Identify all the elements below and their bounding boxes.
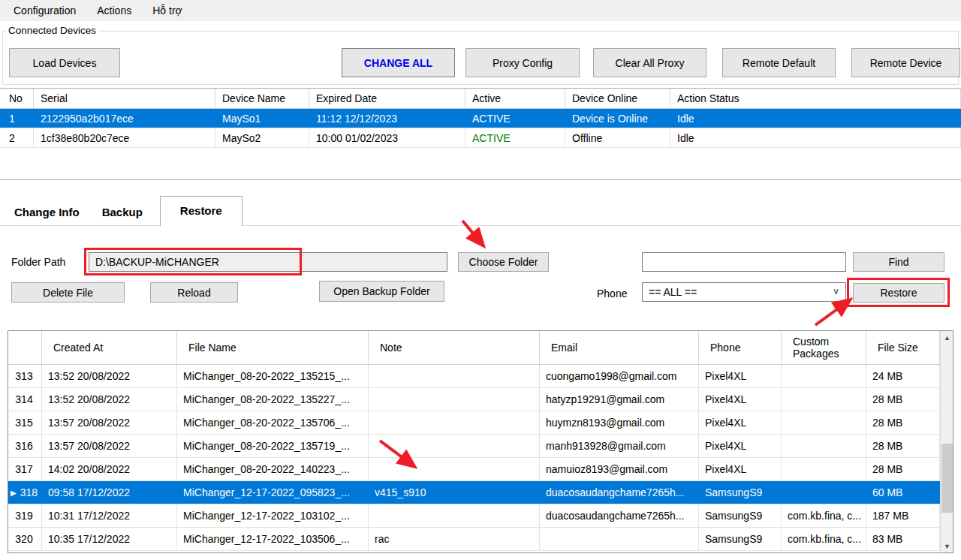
cell-file-name: MiChanger_08-20-2022_135706_... — [177, 411, 369, 434]
cell-file-name: MiChanger_12-17-2022_095823_... — [177, 481, 369, 504]
cell-custom-packages — [782, 435, 866, 457]
file-row-319[interactable]: 319 10:31 17/12/2022 MiChanger_12-17-202… — [8, 504, 940, 528]
file-row-316[interactable]: 316 13:57 20/08/2022 MiChanger_08-20-202… — [8, 435, 940, 458]
cell-file-size: 24 MB — [866, 365, 940, 387]
folder-path-input[interactable] — [89, 252, 447, 272]
header-created-at[interactable]: Created At — [42, 331, 177, 364]
backup-files-grid: Created At File Name Note Email Phone Cu… — [8, 331, 940, 552]
clear-all-proxy-button[interactable]: Clear All Proxy — [593, 48, 706, 77]
cell-active: ACTIVE — [465, 128, 565, 147]
cell-email: manh913928@gmail.com — [540, 435, 699, 457]
remote-default-button[interactable]: Remote Default — [722, 48, 836, 77]
header-file-size[interactable]: File Size — [866, 331, 940, 364]
selected-row-marker-icon: ▶ — [11, 489, 17, 497]
header-email[interactable]: Email — [540, 331, 699, 364]
cell-created-at: 09:58 17/12/2022 — [42, 481, 177, 504]
header-no[interactable]: No — [0, 89, 34, 108]
header-active[interactable]: Active — [465, 89, 565, 108]
reload-button[interactable]: Reload — [150, 282, 238, 303]
header-row-number[interactable] — [8, 331, 42, 364]
cell-file-name: MiChanger_08-20-2022_135215_... — [177, 365, 369, 387]
menu-help[interactable]: Hỗ trợ — [142, 1, 193, 20]
cell-custom-packages — [782, 411, 866, 434]
header-note[interactable]: Note — [369, 331, 540, 364]
file-row-318-selected[interactable]: ▶ 318 09:58 17/12/2022 MiChanger_12-17-2… — [8, 481, 940, 504]
change-all-button[interactable]: CHANGE ALL — [342, 48, 455, 77]
header-action-status[interactable]: Action Status — [670, 89, 961, 108]
cell-file-name: MiChanger_08-20-2022_135719_... — [177, 435, 369, 457]
delete-file-button[interactable]: Delete File — [11, 282, 125, 303]
cell-created-at: 13:57 20/08/2022 — [42, 411, 177, 434]
chevron-down-icon: ∨ — [833, 286, 839, 297]
header-file-name[interactable]: File Name — [177, 331, 369, 364]
file-row-317[interactable]: 317 14:02 20/08/2022 MiChanger_08-20-202… — [8, 458, 940, 481]
cell-note — [369, 388, 540, 411]
cell-device-name: MaySo1 — [215, 109, 309, 128]
cell-file-name: MiChanger_12-17-2022_103506_... — [177, 528, 369, 550]
header-phone[interactable]: Phone — [699, 331, 782, 364]
header-expired-date[interactable]: Expired Date — [309, 89, 465, 108]
vertical-scrollbar[interactable]: ▲ ▼ — [940, 331, 953, 552]
header-device-online[interactable]: Device Online — [565, 89, 670, 108]
tab-change-info[interactable]: Change Info — [3, 200, 91, 226]
cell-action-status: Idle — [670, 109, 961, 128]
cell-row-number: 319 — [8, 504, 42, 527]
files-table-header: Created At File Name Note Email Phone Cu… — [8, 331, 940, 365]
cell-phone: Pixel4XL — [699, 365, 782, 387]
file-row-320[interactable]: 320 10:35 17/12/2022 MiChanger_12-17-202… — [8, 528, 940, 551]
cell-active: ACTIVE — [465, 109, 565, 128]
cell-row-number: 317 — [8, 458, 42, 480]
file-row-314[interactable]: 314 13:52 20/08/2022 MiChanger_08-20-202… — [8, 388, 940, 411]
cell-email: cuongamo1998@gmail.com — [540, 365, 699, 387]
cell-note — [369, 435, 540, 457]
scrollbar-thumb[interactable] — [941, 444, 953, 513]
menu-configuration[interactable]: Configuration — [3, 1, 86, 20]
remote-device-button[interactable]: Remote Device — [851, 48, 960, 77]
tab-strip: Change Info Backup Restore — [3, 198, 243, 226]
proxy-config-button[interactable]: Proxy Config — [465, 48, 580, 77]
phone-dropdown-value: == ALL == — [649, 286, 697, 298]
find-button[interactable]: Find — [853, 252, 944, 272]
cell-row-number: 320 — [8, 528, 42, 550]
tab-restore[interactable]: Restore — [160, 196, 243, 226]
cell-created-at: 10:35 17/12/2022 — [42, 528, 177, 550]
open-backup-folder-button[interactable]: Open Backup Folder — [319, 281, 444, 302]
phone-dropdown[interactable]: == ALL == ∨ — [642, 282, 846, 302]
choose-folder-button[interactable]: Choose Folder — [458, 252, 549, 272]
cell-file-size: 28 MB — [866, 435, 940, 457]
cell-email — [540, 528, 699, 550]
cell-file-name: MiChanger_12-17-2022_103102_... — [177, 504, 369, 527]
cell-note — [369, 365, 540, 387]
file-row-315[interactable]: 315 13:57 20/08/2022 MiChanger_08-20-202… — [8, 411, 940, 435]
scroll-down-icon[interactable]: ▼ — [941, 540, 953, 552]
cell-created-at: 14:02 20/08/2022 — [42, 458, 177, 480]
cell-device-online: Offline — [565, 128, 670, 147]
device-row-2[interactable]: 2 1cf38e80b20c7ece MaySo2 10:00 01/02/20… — [0, 128, 961, 148]
cell-phone: Pixel4XL — [699, 458, 782, 480]
cell-file-name: MiChanger_08-20-2022_135227_... — [177, 388, 369, 411]
header-custom-packages[interactable]: Custom Packages — [782, 331, 866, 364]
device-row-1[interactable]: 1 2122950a2b017ece MaySo1 11:12 12/12/20… — [0, 109, 961, 128]
header-device-name[interactable]: Device Name — [215, 89, 309, 108]
phone-label: Phone — [597, 288, 627, 300]
cell-device-online: Device is Online — [565, 109, 670, 128]
cell-phone: SamsungS9 — [699, 504, 782, 527]
file-row-313[interactable]: 313 13:52 20/08/2022 MiChanger_08-20-202… — [8, 365, 940, 388]
cell-email: namuioz8193@gmail.com — [540, 458, 699, 480]
menu-actions[interactable]: Actions — [86, 1, 142, 20]
header-serial[interactable]: Serial — [34, 89, 215, 108]
devices-table: No Serial Device Name Expired Date Activ… — [0, 88, 961, 180]
cell-no: 2 — [0, 128, 34, 147]
cell-file-size: 60 MB — [866, 481, 940, 504]
scroll-up-icon[interactable]: ▲ — [941, 331, 953, 344]
load-devices-button[interactable]: Load Devices — [9, 48, 120, 77]
find-search-input[interactable] — [642, 252, 846, 272]
restore-button[interactable]: Restore — [853, 283, 944, 303]
cell-row-number: 315 — [8, 411, 42, 434]
cell-custom-packages: com.kb.fina, c... — [782, 504, 866, 527]
annotation-arrow-restore — [815, 301, 848, 325]
cell-email: duacosaudangchame7265h... — [540, 504, 699, 527]
cell-phone: Pixel4XL — [699, 411, 782, 434]
tab-backup[interactable]: Backup — [91, 200, 154, 226]
cell-file-name: MiChanger_08-20-2022_140223_... — [177, 458, 369, 480]
